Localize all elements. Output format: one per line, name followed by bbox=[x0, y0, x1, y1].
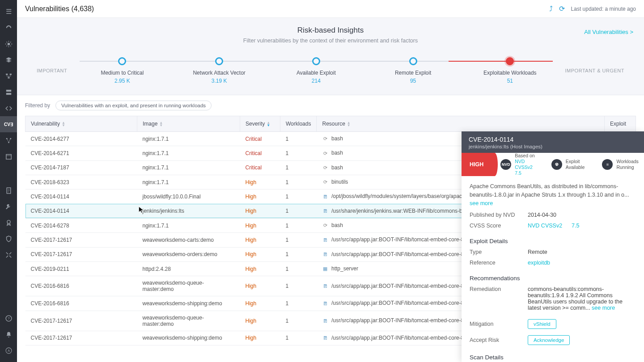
cell-workloads: 1 bbox=[280, 175, 317, 189]
cell-workloads: 1 bbox=[280, 204, 317, 218]
nav-tools-icon[interactable] bbox=[0, 247, 17, 263]
stack-icon: ≡ bbox=[602, 159, 613, 170]
col-resource[interactable]: Resource▲▼ bbox=[317, 116, 605, 132]
cell-workloads: 1 bbox=[280, 233, 317, 247]
funnel-dot[interactable] bbox=[215, 57, 223, 65]
funnel-dot[interactable] bbox=[312, 57, 320, 65]
svg-rect-3 bbox=[8, 77, 9, 78]
funnel-step-label: Network Attack Vector bbox=[193, 70, 245, 76]
funnel-step[interactable]: Available Exploit 214 bbox=[274, 57, 359, 84]
svg-point-11 bbox=[7, 220, 10, 223]
see-more-remediation[interactable]: see more bbox=[592, 305, 615, 311]
cell-workloads: 1 bbox=[280, 189, 317, 204]
nav-bug-icon[interactable] bbox=[0, 36, 17, 52]
cell-cve: CVE-2018-6323 bbox=[25, 175, 137, 189]
nav-badge-icon[interactable] bbox=[0, 215, 17, 231]
nav-cve-icon[interactable]: CV∃ bbox=[0, 116, 17, 132]
cell-severity: Critical bbox=[240, 146, 280, 160]
funnel-step-value: 3.19 K bbox=[212, 78, 227, 84]
cell-workloads: 1 bbox=[280, 160, 317, 175]
cell-workloads: 1 bbox=[280, 276, 317, 296]
nav-menu-icon[interactable]: ☰ bbox=[0, 4, 17, 20]
cell-image: weaveworksdemo-queue-master:demo bbox=[137, 311, 240, 331]
nav-servers-icon[interactable] bbox=[0, 84, 17, 100]
resource-icon: ▦ bbox=[322, 265, 329, 272]
detail-panel: CVE-2014-0114 jenkins/jenkins:lts (Host … bbox=[462, 131, 644, 362]
nav-wrench-icon[interactable] bbox=[0, 198, 17, 215]
cell-severity: High bbox=[240, 204, 280, 218]
detail-image-subtitle: jenkins/jenkins:lts (Host Images) bbox=[469, 144, 637, 149]
funnel-dot[interactable] bbox=[506, 57, 514, 65]
cell-workloads: 1 bbox=[280, 132, 317, 146]
cell-severity: Critical bbox=[240, 132, 280, 146]
cell-image: weaveworksdemo-carts:demo bbox=[137, 233, 240, 247]
page-title: Vulnerabilities (4,638) bbox=[25, 5, 94, 13]
resource-icon: 🖹 bbox=[322, 317, 329, 324]
cell-severity: High bbox=[240, 276, 280, 296]
cell-workloads: 1 bbox=[280, 247, 317, 261]
nav-code-icon[interactable] bbox=[0, 100, 17, 116]
nav-account-icon[interactable]: A bbox=[0, 342, 17, 358]
upload-icon[interactable]: ⤴ bbox=[549, 5, 553, 13]
resource-icon: 🖹 bbox=[322, 194, 329, 200]
cell-workloads: 1 bbox=[280, 331, 317, 345]
cell-cve: CVE-2017-12617 bbox=[25, 233, 137, 247]
funnel-left-label: IMPORTANT bbox=[37, 68, 67, 73]
funnel-step-value: 51 bbox=[507, 78, 513, 84]
col-exploit[interactable]: Exploit bbox=[605, 116, 636, 132]
funnel-step-value: 95 bbox=[410, 78, 416, 84]
cvss-link[interactable]: NVD CVSSv2 bbox=[528, 223, 562, 229]
funnel-dot[interactable] bbox=[409, 57, 417, 65]
nav-shield-icon[interactable] bbox=[0, 231, 17, 247]
vshield-button[interactable]: vShield bbox=[528, 319, 556, 329]
funnel-step[interactable]: Medium to Critical 2.95 K bbox=[80, 57, 165, 84]
col-image[interactable]: Image▲▼ bbox=[137, 116, 240, 132]
funnel-dot[interactable] bbox=[118, 57, 126, 65]
funnel-step-label: Available Exploit bbox=[297, 70, 336, 76]
detail-description: Apache Commons BeanUtils, as distributed… bbox=[470, 182, 636, 207]
resource-icon: 🖹 bbox=[322, 208, 329, 215]
cell-image: weaveworksdemo-queue-master:demo bbox=[137, 276, 240, 296]
nav-help-icon[interactable]: ? bbox=[0, 310, 17, 326]
cell-cve: CVE-2014-0114 bbox=[25, 189, 137, 204]
funnel-step[interactable]: Network Attack Vector 3.19 K bbox=[177, 57, 262, 84]
scan-section-title: Scan Details bbox=[470, 354, 636, 361]
nav-layers-icon[interactable] bbox=[0, 52, 17, 68]
funnel-right-label: IMPORTANT & URGENT bbox=[565, 68, 624, 73]
cvss-score[interactable]: 7.5 bbox=[572, 223, 579, 229]
cell-image: weaveworksdemo-shipping:demo bbox=[137, 331, 240, 345]
nav-reports-icon[interactable] bbox=[0, 182, 17, 198]
cell-severity: High bbox=[240, 247, 280, 261]
nav-flow-icon[interactable] bbox=[0, 68, 17, 84]
insights-subtitle: Filter vulnerabilities by the context of… bbox=[28, 38, 633, 44]
nav-calendar-icon[interactable] bbox=[0, 148, 17, 164]
col-severity[interactable]: Severity▲▼ bbox=[240, 116, 280, 132]
cvss-basis-link[interactable]: NVD CVSSv2 7.5 bbox=[515, 159, 533, 176]
funnel-step[interactable]: Exploitable Workloads 51 bbox=[467, 57, 552, 84]
filter-row: Filtered by Vulnerabilities with an expl… bbox=[17, 95, 644, 116]
metric-workloads: ≡ WorkloadsRunning bbox=[593, 153, 644, 176]
filter-chip[interactable]: Vulnerabilities with an exploit, and pre… bbox=[55, 101, 212, 110]
cell-workloads: 1 bbox=[280, 146, 317, 160]
see-more-link[interactable]: see more bbox=[470, 200, 493, 206]
nav-dashboard-icon[interactable] bbox=[0, 20, 17, 36]
nav-bell-icon[interactable] bbox=[0, 326, 17, 342]
metric-exploit: ☢ ExploitAvailable bbox=[542, 153, 593, 176]
nav-graph-icon[interactable] bbox=[0, 132, 17, 148]
severity-badge: HIGH bbox=[462, 153, 491, 176]
col-vulnerability[interactable]: Vulnerability▲▼ bbox=[25, 116, 137, 132]
col-workloads[interactable]: Workloads bbox=[280, 116, 317, 132]
acknowledge-button[interactable]: Acknowledge bbox=[528, 335, 570, 345]
reference-link[interactable]: exploitdb bbox=[528, 260, 550, 266]
resource-icon: ⟳ bbox=[322, 135, 329, 142]
cell-severity: High bbox=[240, 331, 280, 345]
resource-icon: 🖹 bbox=[322, 283, 329, 290]
funnel-step[interactable]: Remote Exploit 95 bbox=[370, 57, 455, 84]
topbar: Vulnerabilities (4,638) ⤴ ⟳ Last updated… bbox=[17, 0, 644, 18]
svg-rect-5 bbox=[6, 93, 11, 94]
all-vulns-link[interactable]: All Vulnerabilities > bbox=[584, 29, 633, 35]
cell-cve: CVE-2017-12617 bbox=[25, 311, 137, 331]
refresh-icon[interactable]: ⟳ bbox=[559, 4, 565, 13]
funnel-step-label: Medium to Critical bbox=[101, 70, 144, 76]
cell-severity: High bbox=[240, 175, 280, 189]
